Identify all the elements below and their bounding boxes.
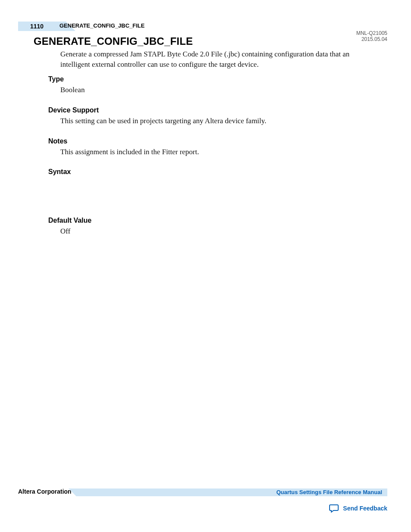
doc-code: MNL-Q21005 xyxy=(356,30,387,36)
page-number-tab: 1110 xyxy=(18,22,66,31)
section-heading: Default Value xyxy=(48,217,370,224)
footer-bar: Altera Corporation Quartus Settings File… xyxy=(18,487,387,496)
section-heading: Device Support xyxy=(48,106,370,114)
section-heading: Syntax xyxy=(48,168,370,176)
section-heading: Type xyxy=(48,75,370,83)
send-feedback-link[interactable]: Send Feedback xyxy=(329,504,387,513)
section-type: Type Boolean xyxy=(48,75,370,94)
doc-date: 2015.05.04 xyxy=(356,36,387,42)
section-device-support: Device Support This setting can be used … xyxy=(48,106,370,125)
page-title: GENERATE_CONFIG_JBC_FILE xyxy=(34,35,193,47)
manual-link[interactable]: Quartus Settings File Reference Manual xyxy=(276,488,382,496)
send-feedback-label: Send Feedback xyxy=(343,505,387,512)
section-body: This setting can be used in projects tar… xyxy=(60,117,370,125)
section-body: Off xyxy=(60,227,370,236)
footer-strip: Quartus Settings File Reference Manual xyxy=(76,488,387,496)
section-heading: Notes xyxy=(48,137,370,145)
section-body: This assignment is included in the Fitte… xyxy=(60,148,370,156)
intro-paragraph: Generate a compressed Jam STAPL Byte Cod… xyxy=(60,49,370,70)
doc-meta: MNL-Q21005 2015.05.04 xyxy=(356,30,387,42)
page-number: 1110 xyxy=(30,23,44,30)
section-syntax: Syntax xyxy=(48,168,370,178)
footer-company: Altera Corporation xyxy=(18,488,72,495)
section-body: Boolean xyxy=(60,86,370,94)
page-header: 1110 GENERATE_CONFIG_JBC_FILE MNL-Q21005… xyxy=(0,16,411,29)
section-default-value: Default Value Off xyxy=(48,217,370,236)
speech-bubble-icon xyxy=(329,504,339,513)
section-notes: Notes This assignment is included in the… xyxy=(48,137,370,156)
header-breadcrumb: GENERATE_CONFIG_JBC_FILE xyxy=(59,22,145,29)
